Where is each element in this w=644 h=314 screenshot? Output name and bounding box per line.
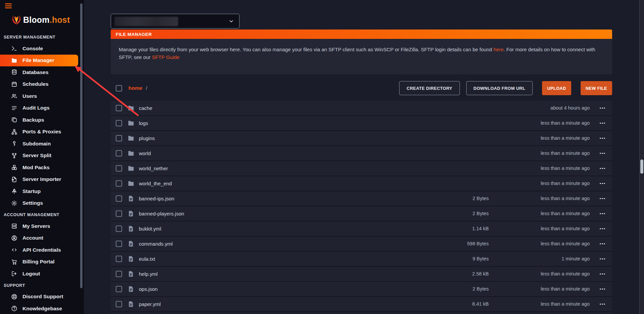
file-name[interactable]: world_the_end bbox=[139, 176, 172, 191]
file-name[interactable]: ops.json bbox=[139, 282, 158, 296]
row-checkbox[interactable] bbox=[116, 195, 122, 202]
sidebar-item-audit-logs[interactable]: Audit Logs bbox=[0, 102, 78, 114]
row-actions-button[interactable] bbox=[597, 237, 607, 251]
row-checkbox[interactable] bbox=[116, 301, 122, 307]
file-name[interactable]: eula.txt bbox=[139, 252, 155, 266]
download-from-url-button[interactable]: DOWNLOAD FROM URL bbox=[466, 81, 533, 95]
new-file-button[interactable]: NEW FILE bbox=[581, 81, 612, 95]
row-actions-button[interactable] bbox=[597, 282, 607, 296]
file-icon bbox=[127, 240, 135, 247]
server-name-redacted bbox=[114, 17, 178, 26]
select-all-checkbox[interactable] bbox=[116, 85, 122, 91]
row-checkbox[interactable] bbox=[116, 210, 122, 217]
row-checkbox[interactable] bbox=[116, 180, 122, 187]
sidebar-item-schedules[interactable]: Schedules bbox=[0, 78, 78, 90]
file-name[interactable]: cache bbox=[139, 101, 152, 115]
file-row[interactable]: banned-ips.json2 Bytesless than a minute… bbox=[111, 191, 612, 206]
sidebar-item-file-manager[interactable]: File Manager bbox=[0, 55, 78, 67]
file-row[interactable]: paper.yml8.41 kBless than a minute ago bbox=[111, 297, 612, 312]
file-modified: about 4 hours ago bbox=[550, 101, 590, 115]
file-name[interactable]: world bbox=[139, 146, 151, 161]
sidebar-item-server-split[interactable]: Server Split bbox=[0, 150, 78, 162]
sidebar-item-databases[interactable]: Databases bbox=[0, 66, 78, 78]
breadcrumb-separator: / bbox=[146, 85, 147, 91]
row-actions-button[interactable] bbox=[597, 252, 607, 266]
row-actions-button[interactable] bbox=[597, 222, 607, 236]
file-name[interactable]: help.yml bbox=[139, 267, 158, 281]
sidebar-nav: SERVER MANAGEMENTConsoleFile ManagerData… bbox=[0, 32, 84, 314]
file-name[interactable]: paper.yml bbox=[139, 297, 161, 311]
menu-icon[interactable] bbox=[5, 3, 12, 9]
file-name[interactable]: world_nether bbox=[139, 161, 168, 176]
sidebar-item-backups[interactable]: Backups bbox=[0, 114, 78, 126]
row-actions-button[interactable] bbox=[597, 131, 607, 145]
sidebar-item-logout[interactable]: Logout bbox=[0, 268, 78, 280]
sidebar-item-label: Databases bbox=[22, 69, 49, 75]
file-row[interactable]: logsless than a minute ago bbox=[111, 116, 612, 131]
row-actions-button[interactable] bbox=[597, 191, 607, 206]
description-link[interactable]: here bbox=[493, 47, 503, 52]
file-row[interactable]: banned-players.json2 Bytesless than a mi… bbox=[111, 206, 612, 222]
row-checkbox[interactable] bbox=[116, 241, 122, 247]
sidebar-scrollbar[interactable] bbox=[80, 3, 83, 288]
file-row[interactable]: eula.txt9 Bytes1 minute ago bbox=[111, 252, 612, 267]
row-actions-button[interactable] bbox=[597, 146, 607, 161]
file-row[interactable]: cacheabout 4 hours ago bbox=[111, 101, 612, 116]
row-checkbox[interactable] bbox=[116, 256, 122, 262]
life-ring-icon bbox=[11, 294, 17, 300]
calendar-icon bbox=[11, 81, 17, 87]
upload-button[interactable]: UPLOAD bbox=[542, 81, 571, 95]
folder-icon bbox=[127, 165, 135, 172]
file-name[interactable]: bukkit.yml bbox=[139, 222, 161, 236]
file-row[interactable]: worldless than a minute ago bbox=[111, 146, 612, 161]
sidebar-item-users[interactable]: Users bbox=[0, 90, 78, 102]
sidebar-item-knowledgebase[interactable]: Knowledgebase bbox=[0, 303, 78, 314]
row-checkbox[interactable] bbox=[116, 135, 122, 141]
file-name[interactable]: logs bbox=[139, 116, 148, 130]
file-name[interactable]: commands.yml bbox=[139, 237, 173, 251]
sidebar-item-mod-packs[interactable]: Mod Packs bbox=[0, 162, 78, 174]
sidebar-item-discord-support[interactable]: Discord Support bbox=[0, 291, 78, 303]
file-row[interactable]: bukkit.yml1.14 kBless than a minute ago bbox=[111, 222, 612, 237]
sidebar-item-settings[interactable]: Settings bbox=[0, 197, 78, 209]
row-actions-button[interactable] bbox=[597, 101, 607, 115]
file-row[interactable]: ops.json2 Bytesless than a minute ago bbox=[111, 282, 612, 297]
row-checkbox[interactable] bbox=[116, 150, 122, 156]
server-select-dropdown[interactable] bbox=[111, 14, 239, 28]
sidebar-item-api-credentials[interactable]: API Credentials bbox=[0, 244, 78, 256]
row-actions-button[interactable] bbox=[597, 206, 607, 221]
file-row[interactable]: world_netherless than a minute ago bbox=[111, 161, 612, 176]
file-row[interactable]: help.yml2.58 kBless than a minute ago bbox=[111, 267, 612, 282]
file-name[interactable]: plugins bbox=[139, 131, 155, 145]
page-scrollbar-thumb[interactable] bbox=[640, 160, 643, 174]
row-actions-button[interactable] bbox=[597, 116, 607, 130]
row-checkbox[interactable] bbox=[116, 165, 122, 172]
file-row[interactable]: pluginsless than a minute ago bbox=[111, 131, 612, 146]
row-checkbox[interactable] bbox=[116, 105, 122, 111]
row-checkbox[interactable] bbox=[116, 271, 122, 277]
sidebar-item-startup[interactable]: Startup bbox=[0, 185, 78, 197]
sidebar-item-my-servers[interactable]: My Servers bbox=[0, 220, 78, 232]
file-row[interactable]: commands.yml598 Bytesless than a minute … bbox=[111, 237, 612, 252]
sidebar-item-ports-proxies[interactable]: Ports & Proxies bbox=[0, 126, 78, 138]
file-name[interactable]: banned-players.json bbox=[139, 206, 184, 221]
description-link[interactable]: SFTP Guide bbox=[152, 54, 179, 60]
row-checkbox[interactable] bbox=[116, 286, 122, 292]
row-actions-button[interactable] bbox=[597, 297, 607, 311]
row-actions-button[interactable] bbox=[597, 267, 607, 281]
create-directory-button[interactable]: CREATE DIRECTORY bbox=[399, 81, 460, 95]
file-row[interactable]: world_the_endless than a minute ago bbox=[111, 176, 612, 191]
brand-logo[interactable]: Bloom.host bbox=[11, 14, 70, 25]
row-actions-button[interactable] bbox=[597, 176, 607, 191]
row-checkbox[interactable] bbox=[116, 120, 122, 126]
file-name[interactable]: banned-ips.json bbox=[139, 191, 174, 206]
sidebar-item-billing-portal[interactable]: Billing Portal bbox=[0, 256, 78, 268]
breadcrumb-home-link[interactable]: home bbox=[128, 85, 142, 91]
sidebar-item-console[interactable]: Console bbox=[0, 43, 78, 55]
row-checkbox[interactable] bbox=[116, 226, 122, 232]
row-actions-button[interactable] bbox=[597, 161, 607, 176]
sidebar-item-server-importer[interactable]: Server Importer bbox=[0, 174, 78, 186]
file-modified: less than a minute ago bbox=[541, 116, 590, 130]
sidebar-item-subdomain[interactable]: Subdomain bbox=[0, 138, 78, 150]
sidebar-item-account[interactable]: Account bbox=[0, 232, 78, 244]
